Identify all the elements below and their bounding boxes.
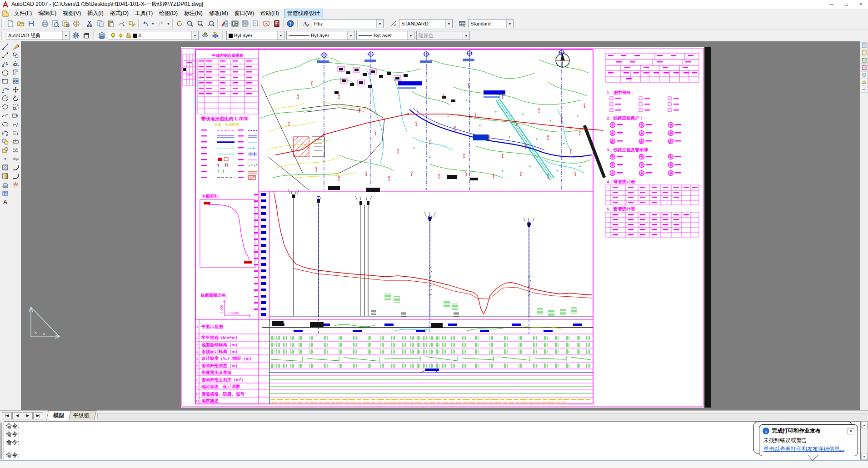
toolbar-grip[interactable] <box>1 19 4 28</box>
block-editor-button[interactable] <box>126 19 137 29</box>
plot-button[interactable] <box>40 19 50 29</box>
dock-button-3[interactable] <box>861 57 868 64</box>
dock-button-5[interactable] <box>861 71 868 78</box>
table-button[interactable] <box>0 189 10 198</box>
toolbar-grip[interactable] <box>222 31 224 40</box>
notification-details-link[interactable]: 单击以查看打印和发布详细信息... <box>763 445 854 453</box>
sheet-set-manager-button[interactable] <box>250 19 261 29</box>
mirror-button[interactable] <box>11 60 20 68</box>
combo-arrow-icon[interactable]: ▼ <box>407 31 414 40</box>
save-button[interactable] <box>26 19 36 29</box>
redo-button[interactable] <box>155 19 166 29</box>
scale-button[interactable] <box>11 103 20 111</box>
tab-first-button[interactable]: |◀ <box>2 412 12 419</box>
color-combo[interactable]: ByLayer ▼ <box>226 31 284 40</box>
tool-palettes-button[interactable] <box>240 19 250 29</box>
combo-arrow-icon[interactable]: ▼ <box>445 20 452 28</box>
point-button[interactable] <box>0 154 10 163</box>
gradient-button[interactable] <box>0 172 10 180</box>
dim-style-button[interactable] <box>388 19 398 29</box>
menu-format[interactable]: 格式(O) <box>107 9 132 18</box>
command-window-grip[interactable] <box>0 423 3 459</box>
circle-button[interactable] <box>0 94 10 103</box>
combo-arrow-icon[interactable]: ▼ <box>191 31 198 40</box>
paste-button[interactable] <box>105 19 116 29</box>
layer-on-bulb-icon[interactable] <box>110 32 116 39</box>
break-button[interactable] <box>11 146 20 154</box>
toolbar-grip[interactable] <box>93 31 95 40</box>
tab-layout-pingzongtu[interactable]: 平纵图 <box>66 410 97 420</box>
drawing-canvas[interactable]: 中线控制点成果表 <box>21 41 860 410</box>
arc-button[interactable] <box>0 85 10 94</box>
revcloud-button[interactable] <box>0 103 10 111</box>
ellipse-button[interactable] <box>0 120 10 129</box>
scroll-up-icon[interactable]: ▲ <box>861 422 868 428</box>
zoom-previous-button[interactable] <box>205 19 216 29</box>
dock-button-7[interactable] <box>861 86 868 93</box>
dim-style-combo[interactable]: STANDARD ▼ <box>399 19 453 28</box>
join-button[interactable] <box>11 154 20 163</box>
linetype-combo[interactable]: ByLayer ▼ <box>286 31 354 40</box>
move-button[interactable] <box>11 85 20 94</box>
spline-button[interactable] <box>0 111 10 120</box>
extend-button[interactable] <box>11 129 20 137</box>
lineweight-combo[interactable]: ByLayer ▼ <box>356 31 414 40</box>
workspace-settings-button[interactable] <box>70 30 81 41</box>
hatch-button[interactable] <box>0 163 10 172</box>
chamfer-button[interactable] <box>11 163 20 172</box>
fillet-button[interactable] <box>11 172 20 180</box>
combo-arrow-icon[interactable]: ▼ <box>376 20 383 28</box>
match-properties-button[interactable] <box>116 19 126 29</box>
menu-file[interactable]: 文件(F) <box>11 9 35 18</box>
command-history[interactable]: 命令: 命令: 命令: <box>4 422 860 450</box>
make-block-button[interactable] <box>0 146 10 154</box>
layer-previous-button[interactable] <box>210 30 220 41</box>
menu-view[interactable]: 视图(V) <box>60 9 84 18</box>
designcenter-button[interactable] <box>229 19 240 29</box>
trim-button[interactable] <box>11 120 20 129</box>
tab-next-button[interactable]: ▶ <box>23 412 33 419</box>
workspace-combo[interactable]: AutoCAD 经典 ▼ <box>6 31 70 40</box>
table-style-button[interactable] <box>457 19 467 29</box>
rotate-button[interactable] <box>11 94 20 103</box>
layer-color-swatch[interactable] <box>133 34 137 38</box>
menu-window[interactable]: 窗口(W) <box>231 9 257 18</box>
dock-button-6[interactable] <box>861 79 868 85</box>
menu-edit[interactable]: 编辑(E) <box>35 9 60 18</box>
menu-pipeline-design[interactable]: 管道线路设计 <box>284 9 323 18</box>
make-object-layer-current-button[interactable] <box>200 30 210 41</box>
combo-arrow-icon[interactable]: ▼ <box>347 31 354 40</box>
menu-insert[interactable]: 插入(I) <box>84 9 106 18</box>
combo-arrow-icon[interactable]: ▼ <box>277 31 284 40</box>
toolbar-grip[interactable] <box>297 19 299 28</box>
menu-dimension[interactable]: 标注(N) <box>181 9 206 18</box>
open-button[interactable] <box>15 19 26 29</box>
zoom-realtime-button[interactable] <box>185 19 195 29</box>
tab-prev-button[interactable]: ◀ <box>12 412 22 419</box>
undo-button[interactable] <box>140 19 150 29</box>
region-button[interactable] <box>0 180 10 189</box>
maximize-button[interactable]: □ <box>839 0 853 9</box>
line-button[interactable] <box>0 42 10 51</box>
command-input[interactable]: 命令: <box>4 450 860 460</box>
layer-properties-button[interactable] <box>96 30 107 41</box>
ellipse-arc-button[interactable] <box>0 129 10 137</box>
tab-last-button[interactable]: ▶| <box>33 412 43 419</box>
insert-block-button[interactable] <box>0 137 10 146</box>
polyline-button[interactable] <box>0 60 10 68</box>
notification-close-button[interactable]: × <box>848 428 854 434</box>
toolbar-grip[interactable] <box>1 31 4 40</box>
layer-freeze-sun-icon[interactable] <box>118 32 124 39</box>
redo-dropdown[interactable]: ▼ <box>166 19 171 29</box>
scroll-down-icon[interactable]: ▼ <box>861 453 868 460</box>
properties-button[interactable] <box>219 19 229 29</box>
publish-button[interactable] <box>60 19 71 29</box>
markup-button[interactable] <box>261 19 271 29</box>
zoom-window-button[interactable] <box>195 19 205 29</box>
dock-button-2[interactable] <box>861 50 868 56</box>
undo-dropdown[interactable]: ▼ <box>150 19 155 29</box>
minimize-button[interactable]: ─ <box>824 0 839 9</box>
offset-button[interactable] <box>11 68 20 77</box>
layer-combo[interactable]: 0 ▼ <box>108 31 199 40</box>
quickcalc-button[interactable] <box>271 19 282 29</box>
